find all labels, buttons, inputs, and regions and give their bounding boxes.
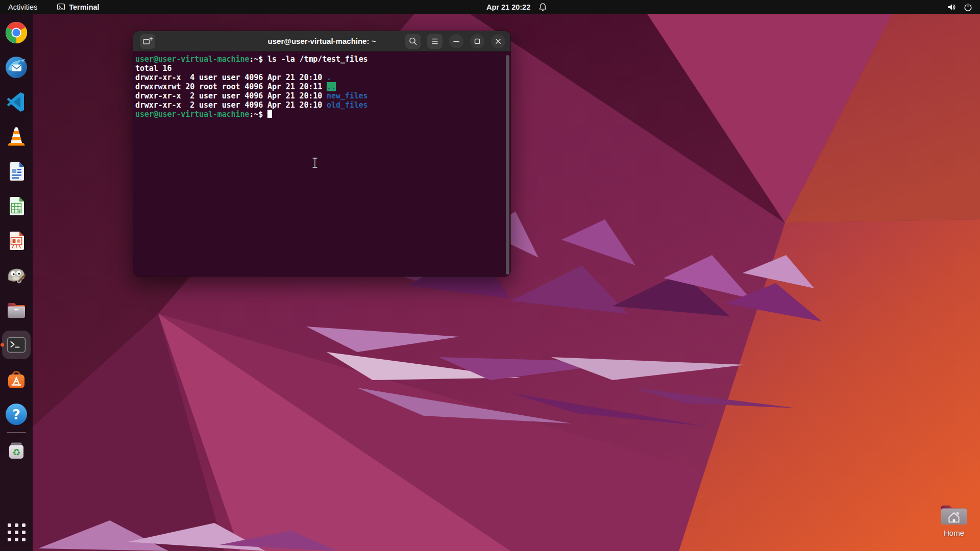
dock-item-software[interactable] [0, 368, 33, 391]
terminal-line: drwxr-xr-x 2 user user 4096 Apr 21 20:10… [135, 91, 503, 101]
dock-item-chrome[interactable] [0, 21, 33, 44]
dock-item-trash[interactable]: ♻ [0, 439, 33, 462]
terminal-text-span: $ [258, 110, 267, 119]
volume-icon [947, 3, 957, 12]
terminal-line: drwxr-xr-x 4 user user 4096 Apr 21 20:10… [135, 73, 503, 82]
activities-button[interactable]: Activities [0, 0, 45, 14]
mouse-ibeam-cursor [311, 157, 318, 168]
close-button[interactable] [491, 34, 505, 48]
maximize-button[interactable] [470, 34, 484, 48]
close-icon [491, 34, 505, 48]
terminal-text-span: .. [327, 82, 336, 91]
terminal-text-span: ~ [254, 55, 258, 64]
terminal-text-span: $ [258, 55, 267, 64]
terminal-line: total 16 [135, 64, 503, 73]
thunderbird-icon [5, 56, 28, 79]
terminal-text-span: drwxr-xr-x 2 user user 4096 Apr 21 20:10 [135, 101, 327, 110]
dock-item-terminal[interactable] [0, 333, 33, 357]
window-titlebar[interactable]: user@user-virtual-machine: ~ [133, 31, 510, 52]
terminal-text-span: drwxr-xr-x 2 user user 4096 Apr 21 20:10 [135, 91, 327, 101]
gimp-icon [5, 264, 28, 287]
dock-items-below-divider: ♻ [0, 439, 33, 462]
bell-icon [538, 3, 547, 11]
terminal-text-span: ls -la /tmp/test_files [267, 55, 368, 64]
chrome-icon [5, 21, 28, 44]
search-icon [406, 34, 420, 48]
svg-text:♻: ♻ [12, 447, 20, 458]
libreoffice-calc-icon [5, 194, 28, 218]
menu-button[interactable] [427, 34, 443, 49]
terminal-scrollbar[interactable] [506, 55, 509, 274]
running-indicator-dot [1, 343, 4, 347]
dock-item-thunderbird[interactable] [0, 56, 33, 79]
new-tab-button[interactable] [140, 34, 155, 49]
terminal-mini-icon [57, 3, 65, 11]
libreoffice-writer-icon [5, 160, 28, 183]
terminal-output[interactable]: user@user-virtual-machine:~$ ls -la /tmp… [133, 52, 510, 277]
terminal-line: user@user-virtual-machine:~$ ls -la /tmp… [135, 55, 503, 64]
system-status-menu[interactable] [944, 0, 976, 14]
terminal-text-span: : [249, 55, 254, 64]
show-applications-button[interactable] [5, 520, 28, 544]
terminal-text-span: ~ [254, 110, 258, 119]
dock-items: ? [0, 21, 33, 426]
file-manager-icon [5, 298, 28, 322]
vlc-cone-icon [5, 125, 28, 148]
terminal-cursor [267, 110, 272, 118]
dock-item-impress[interactable] [0, 229, 33, 253]
focused-app-label: Terminal [69, 3, 99, 11]
terminal-text-span: user@user-virtual-machine [135, 110, 249, 119]
home-folder-label: Home [944, 529, 964, 537]
maximize-icon [470, 34, 484, 48]
terminal-icon [5, 333, 28, 357]
dock-divider [7, 432, 26, 433]
libreoffice-impress-icon [5, 229, 28, 253]
svg-text:?: ? [12, 407, 20, 422]
minimize-icon [449, 34, 463, 48]
activities-label: Activities [8, 3, 37, 11]
terminal-text-span: total 16 [135, 64, 172, 73]
terminal-text-span: drwxrwxrwt 20 root root 4096 Apr 21 20:1… [135, 82, 327, 91]
vscode-icon [5, 90, 28, 114]
focused-app-indicator[interactable]: Terminal [57, 0, 99, 14]
dock-item-calc[interactable] [0, 194, 33, 218]
search-button[interactable] [405, 34, 421, 49]
dock-item-writer[interactable] [0, 160, 33, 183]
dock-item-vlc[interactable] [0, 125, 33, 148]
clock-button[interactable]: Apr 21 20:22 [486, 0, 547, 14]
dock: ? ♻ [0, 14, 33, 551]
terminal-text-span: . [327, 73, 331, 82]
dock-item-gimp[interactable] [0, 264, 33, 287]
terminal-text-span: old_files [327, 101, 368, 110]
power-icon [963, 3, 973, 12]
home-folder-icon [939, 502, 969, 527]
hamburger-menu-icon [428, 34, 442, 48]
terminal-window: user@user-virtual-machine: ~ [133, 31, 511, 277]
new-tab-icon [140, 34, 155, 48]
dock-item-vscode[interactable] [0, 90, 33, 114]
terminal-text-span: : [249, 110, 254, 119]
terminal-line: drwxrwxrwt 20 root root 4096 Apr 21 20:1… [135, 82, 503, 91]
dock-item-files[interactable] [0, 298, 33, 322]
terminal-line: user@user-virtual-machine:~$ [135, 110, 503, 119]
terminal-text-span: user@user-virtual-machine [135, 55, 249, 64]
dock-item-help[interactable]: ? [0, 403, 33, 426]
terminal-text-span: drwxr-xr-x 4 user user 4096 Apr 21 20:10 [135, 73, 327, 82]
home-folder-desktop-icon[interactable]: Home [938, 502, 970, 537]
clock-label: Apr 21 20:22 [486, 3, 530, 11]
ubuntu-software-icon [5, 368, 28, 391]
terminal-line: drwxr-xr-x 2 user user 4096 Apr 21 20:10… [135, 101, 503, 110]
top-bar: Activities Terminal Apr 21 20:22 [0, 0, 980, 14]
help-icon: ? [5, 403, 28, 426]
trash-icon: ♻ [5, 439, 28, 462]
minimize-button[interactable] [449, 34, 463, 48]
terminal-text-span: new_files [327, 91, 368, 101]
